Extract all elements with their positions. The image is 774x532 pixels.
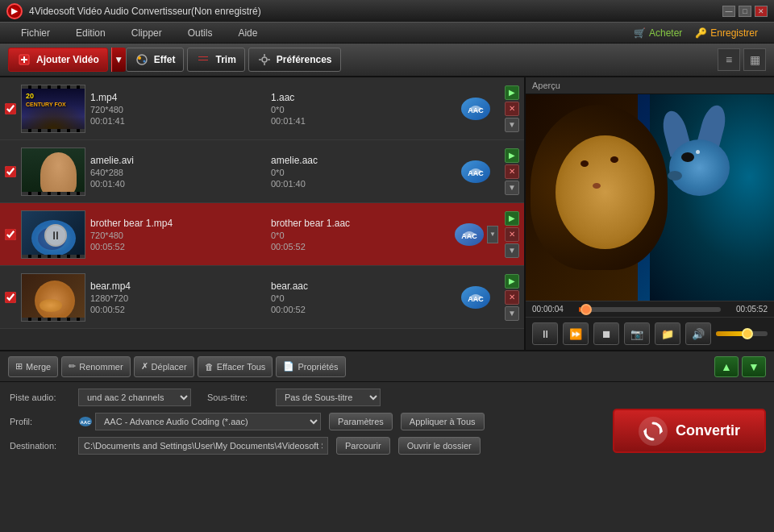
file-name-4: bear.mp4 [90,281,266,292]
output-info-2: amelie.aac 0*0 00:01:40 [271,155,447,189]
properties-button[interactable]: 📄 Propriétés [276,356,345,377]
cart-icon: 🛒 [634,27,646,39]
buy-button[interactable]: 🛒 Acheter [634,27,682,39]
pause-overlay: ⏸ [44,224,67,247]
close-button[interactable]: ✕ [755,6,768,17]
total-time: 00:05:52 [726,305,768,314]
file-thumbnail-3: ⏸ [21,210,85,259]
preferences-button[interactable]: Préférences [248,48,341,72]
playback-controls: ⏸ ⏩ ⏹ 📷 📁 🔊 [526,317,774,350]
title-bar-left: ▶ 4Videosoft Vidéo Audio Convertisseur(N… [6,3,261,19]
buy-label: Acheter [649,27,682,39]
output-res-2: 0*0 [271,168,447,177]
profile-select[interactable]: AAC - Advance Audio Coding (*.aac) [95,413,321,430]
file-thumbnail-2 [21,148,85,196]
file-info-1: 1.mp4 720*480 00:01:41 [90,92,266,126]
delete-button-2[interactable]: ✕ [505,164,519,179]
pause-button[interactable]: ⏸ [532,322,558,345]
audio-subtitle-row: Piste audio: und aac 2 channels Sous-tit… [10,389,764,406]
delete-button-3[interactable]: ✕ [505,227,519,242]
output-info-1: 1.aac 0*0 00:01:41 [271,92,447,126]
add-video-dropdown[interactable]: ▼ [111,48,126,72]
minimize-button[interactable]: — [722,6,735,17]
preview-label: Aperçu [526,77,774,94]
preview-panel: Aperçu [524,77,774,350]
progress-thumb[interactable] [580,304,592,315]
play-button-4[interactable]: ▶ [505,274,519,289]
subtitle-select[interactable]: Pas de Sous-titre [276,389,381,406]
list-view-button[interactable]: ≡ [718,48,740,71]
table-row: bear.mp4 1280*720 00:00:52 bear.aac 0*0 … [0,266,524,329]
move-label: Déplacer [152,362,187,372]
screenshot-button[interactable]: 📷 [624,322,650,345]
volume-track[interactable] [716,331,768,336]
current-time: 00:00:04 [532,305,574,314]
audio-track-label: Piste audio: [10,393,70,402]
play-button-2[interactable]: ▶ [505,148,519,163]
stop-button[interactable]: ⏹ [593,322,619,345]
apply-all-button[interactable]: Appliquer à Tous [401,413,485,430]
open-folder-preview-button[interactable]: 📁 [655,322,680,345]
grid-view-button[interactable]: ▦ [743,48,766,71]
expand-button-3[interactable]: ▼ [505,243,519,258]
merge-button[interactable]: ⊞ Merge [8,356,58,377]
menu-outils[interactable]: Outils [183,26,218,40]
expand-button-2[interactable]: ▼ [505,181,519,195]
menu-bar: Fichier Edition Clipper Outils Aide 🛒 Ac… [0,23,774,44]
expand-button-1[interactable]: ▼ [505,118,519,132]
svg-text:AAC: AAC [468,295,484,303]
add-video-button[interactable]: Ajouter Vidéo [8,48,108,72]
nav-buttons: ▲ ▼ [714,356,766,377]
move-button[interactable]: ✗ Déplacer [134,356,194,377]
effect-button[interactable]: Effet [126,48,185,72]
params-button[interactable]: Paramètres [329,413,393,430]
open-folder-button[interactable]: Ouvrir le dossier [398,437,481,455]
delete-button-1[interactable]: ✕ [505,102,519,116]
file-dur-3: 00:05:52 [90,242,266,251]
svg-point-4 [138,56,141,60]
audio-track-select[interactable]: und aac 2 channels [78,389,191,406]
format-dropdown-3[interactable]: ▼ [487,226,498,243]
next-frame-button[interactable]: ⏩ [563,322,589,345]
menu-clipper[interactable]: Clipper [127,26,167,40]
move-up-button[interactable]: ▲ [714,356,739,377]
convert-button[interactable]: Convertir [613,409,766,453]
move-down-button[interactable]: ▼ [742,356,766,377]
progress-track[interactable] [579,307,721,312]
file-format-2: AAC [452,159,500,185]
file-checkbox-3[interactable] [5,229,16,240]
trim-icon [196,52,210,67]
play-button-3[interactable]: ▶ [505,211,519,226]
destination-input[interactable]: C:\Documents and Settings\User\My Docume… [78,437,328,455]
file-checkbox-2[interactable] [5,166,16,177]
properties-label: Propriétés [298,362,338,372]
volume-icon: 🔊 [685,322,711,345]
file-checkbox-4[interactable] [5,292,16,303]
clear-all-button[interactable]: 🗑 Effacer Tous [198,356,273,377]
output-info-4: bear.aac 0*0 00:00:52 [271,281,447,314]
menu-aide[interactable]: Aide [233,26,262,40]
output-name-2: amelie.aac [271,155,447,166]
output-dur-1: 00:01:41 [271,116,447,126]
menu-edition[interactable]: Edition [71,26,110,40]
register-button[interactable]: 🔑 Enregistrer [695,27,758,39]
clear-icon: 🗑 [205,362,214,372]
browse-button[interactable]: Parcourir [336,437,390,455]
volume-thumb[interactable] [742,328,753,339]
output-name-4: bear.aac [271,281,447,292]
file-info-2: amelie.avi 640*288 00:01:40 [90,155,266,189]
move-icon: ✗ [141,361,148,372]
file-dur-4: 00:00:52 [90,305,266,314]
trim-button[interactable]: Trim [187,48,244,72]
file-format-4: AAC [452,285,500,310]
file-checkbox-1[interactable] [5,103,16,114]
main-area: 20 CENTURY FOX 1.mp4 720*480 00:01:41 1.… [0,77,774,351]
maximize-button[interactable]: □ [739,6,751,17]
rename-button[interactable]: ✏ Renommer [61,356,130,377]
expand-button-4[interactable]: ▼ [505,306,519,321]
menu-fichier[interactable]: Fichier [16,26,55,40]
file-dur-2: 00:01:40 [90,179,266,189]
delete-button-4[interactable]: ✕ [505,290,519,305]
play-button-1[interactable]: ▶ [505,85,519,100]
effect-label: Effet [154,54,176,65]
